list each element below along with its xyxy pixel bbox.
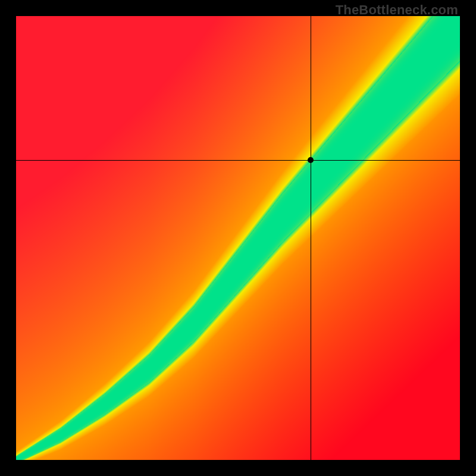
chart-frame: TheBottleneck.com <box>0 0 476 476</box>
crosshair-horizontal <box>16 160 460 161</box>
marker-point <box>308 157 314 163</box>
crosshair-vertical <box>311 16 311 460</box>
heatmap-canvas <box>16 16 460 460</box>
heatmap-plot <box>16 16 460 460</box>
